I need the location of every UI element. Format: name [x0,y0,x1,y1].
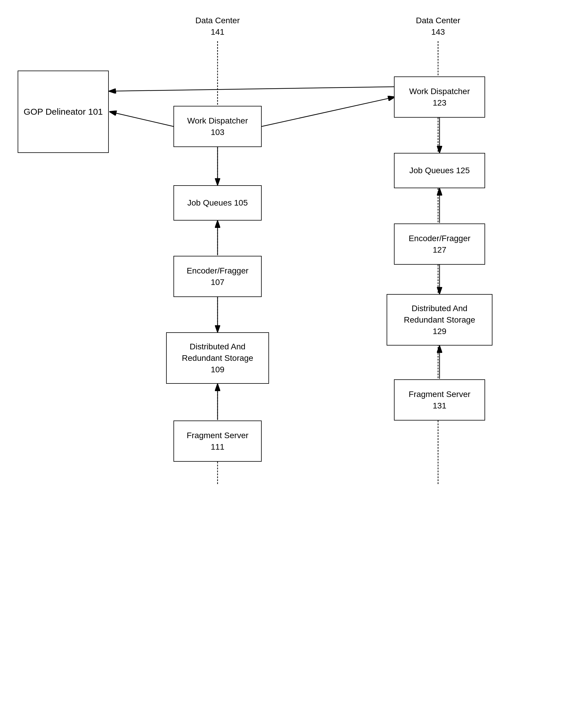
drs-109-label: Distributed AndRedundant Storage109 [182,341,253,376]
dc141-label: Data Center 141 [188,15,247,38]
fragment-server-111-box: Fragment Server111 [173,421,262,462]
fragment-server-111-label: Fragment Server111 [187,429,248,453]
work-dispatcher-123-label: Work Dispatcher123 [409,86,470,108]
fragment-server-131-label: Fragment Server131 [409,388,470,412]
encoder-fragger-127-box: Encoder/Fragger127 [394,224,485,265]
encoder-fragger-107-label: Encoder/Fragger107 [187,265,248,288]
dc143-label: Data Center 143 [409,15,467,38]
gop-delineator-box: GOP Delineator 101 [18,70,109,153]
job-queues-105-box: Job Queues 105 [173,185,262,220]
job-queues-125-box: Job Queues 125 [394,153,485,188]
drs-129-box: Distributed AndRedundant Storage129 [386,294,492,345]
encoder-fragger-107-box: Encoder/Fragger107 [173,256,262,297]
job-queues-105-label: Job Queues 105 [187,197,248,209]
gop-delineator-label: GOP Delineator 101 [23,106,103,118]
svg-line-3 [262,97,395,126]
fragment-server-131-box: Fragment Server131 [394,379,485,421]
drs-129-label: Distributed AndRedundant Storage129 [404,302,476,337]
work-dispatcher-103-box: Work Dispatcher103 [173,106,262,147]
svg-line-4 [109,87,394,91]
job-queues-125-label: Job Queues 125 [409,165,470,176]
svg-line-5 [110,112,173,126]
work-dispatcher-103-label: Work Dispatcher103 [187,115,248,138]
drs-109-box: Distributed AndRedundant Storage109 [166,332,269,384]
work-dispatcher-123-box: Work Dispatcher123 [394,77,485,118]
diagram: Data Center 141 Data Center 143 GOP Deli… [0,0,588,714]
encoder-fragger-127-label: Encoder/Fragger127 [409,233,470,255]
